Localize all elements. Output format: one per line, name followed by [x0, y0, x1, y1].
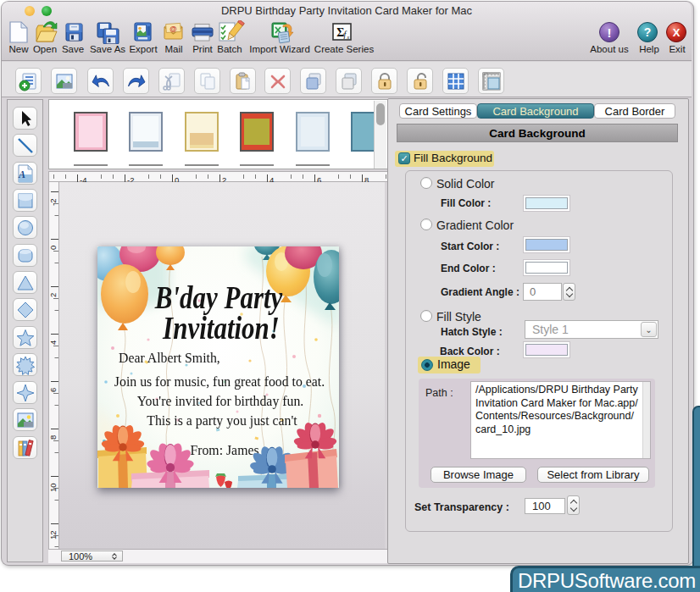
svg-text:X: X [673, 26, 681, 39]
svg-text:This is a party you just can't: This is a party you just can't [147, 413, 297, 429]
svg-text:6: 6 [49, 388, 58, 392]
svg-text:8: 8 [49, 435, 58, 440]
svg-text:!: ! [608, 25, 612, 40]
svg-text:12: 12 [49, 530, 58, 539]
svg-text:-2: -2 [49, 199, 58, 206]
svg-text:0: 0 [49, 246, 58, 250]
svg-text:4: 4 [49, 340, 58, 345]
svg-text:@: @ [169, 25, 176, 33]
svg-text:Invitation!: Invitation! [162, 310, 280, 346]
svg-text:Dear Albert Smith,: Dear Albert Smith, [119, 351, 220, 365]
svg-text:Join us for music, fun great f: Join us for music, fun great food to eat… [114, 374, 325, 390]
svg-text:x: x [347, 35, 350, 40]
svg-text:10: 10 [49, 483, 58, 492]
svg-text:A: A [18, 169, 25, 180]
svg-text:2: 2 [49, 293, 58, 297]
svg-text:?: ? [644, 25, 652, 39]
svg-text:You're invited for birthday fu: You're invited for birthday fun. [137, 394, 303, 409]
svg-text:From: James: From: James [190, 443, 258, 457]
